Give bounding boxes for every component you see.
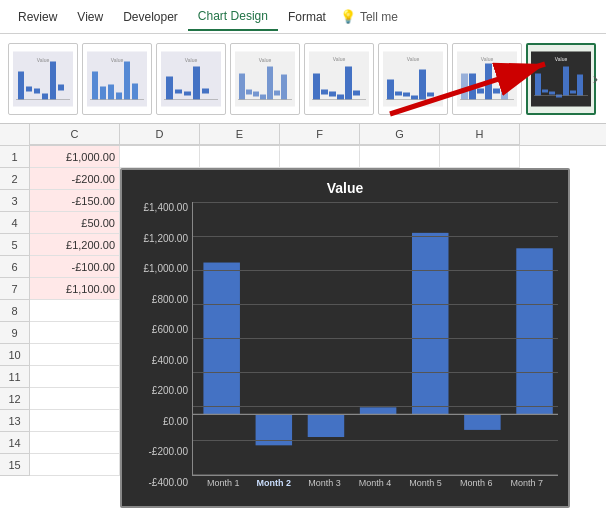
svg-rect-40 <box>329 91 336 96</box>
cell-c1[interactable]: £1,000.00 <box>30 146 120 168</box>
row-header-2[interactable]: 2 <box>0 168 29 190</box>
svg-rect-7 <box>58 84 64 90</box>
cell-c10[interactable] <box>30 344 120 366</box>
y-label: £1,000.00 <box>144 263 189 274</box>
cell-c11[interactable] <box>30 366 120 388</box>
svg-rect-5 <box>42 93 48 99</box>
row-header-3[interactable]: 3 <box>0 190 29 212</box>
ribbon-chart-style-1[interactable]: Value <box>8 43 78 115</box>
x-label-month1: Month 1 <box>202 478 245 488</box>
svg-rect-20 <box>166 76 173 99</box>
row-header-1[interactable]: 1 <box>0 146 29 168</box>
svg-rect-29 <box>246 89 252 94</box>
svg-rect-3 <box>26 86 32 91</box>
svg-rect-77 <box>308 414 345 437</box>
col-header-d[interactable]: D <box>120 124 200 145</box>
data-area: £1,000.00 -£200.00 <box>30 146 606 476</box>
svg-text:Value: Value <box>481 55 494 61</box>
cell-c12[interactable] <box>30 388 120 410</box>
svg-rect-48 <box>395 91 402 95</box>
svg-rect-66 <box>542 89 548 92</box>
cell-c5[interactable]: £1,200.00 <box>30 234 120 256</box>
svg-text:Value: Value <box>333 55 346 61</box>
cell-c7[interactable]: £1,100.00 <box>30 278 120 300</box>
svg-rect-14 <box>116 92 122 99</box>
chart-overlay[interactable]: Value £1,400.00 £1,200.00 £1,000.00 £800… <box>120 168 570 508</box>
ribbon-chart-style-6[interactable]: Value <box>378 43 448 115</box>
row-header-4[interactable]: 4 <box>0 212 29 234</box>
row-header-13[interactable]: 13 <box>0 410 29 432</box>
y-label: £400.00 <box>152 355 188 366</box>
ribbon-chart-style-7[interactable]: Value <box>452 43 522 115</box>
row-header-9[interactable]: 9 <box>0 322 29 344</box>
col-header-e[interactable]: E <box>200 124 280 145</box>
cell-g1[interactable] <box>360 146 440 168</box>
ribbon-chevron[interactable]: › <box>589 66 602 92</box>
svg-rect-4 <box>34 88 40 93</box>
col-header-f[interactable]: F <box>280 124 360 145</box>
chart-title: Value <box>132 180 558 196</box>
svg-rect-65 <box>535 73 541 95</box>
svg-rect-11 <box>92 71 98 99</box>
ribbon-chart-style-3[interactable]: Value <box>156 43 226 115</box>
col-header-c[interactable]: C <box>30 124 120 145</box>
ribbon-chart-style-4[interactable]: Value <box>230 43 300 115</box>
row-header-14[interactable]: 14 <box>0 432 29 454</box>
svg-rect-42 <box>345 66 352 99</box>
row-header-11[interactable]: 11 <box>0 366 29 388</box>
svg-rect-70 <box>570 90 576 93</box>
menu-review[interactable]: Review <box>8 4 67 30</box>
menu-developer[interactable]: Developer <box>113 4 188 30</box>
cell-e1[interactable] <box>200 146 280 168</box>
row-header-15[interactable]: 15 <box>0 454 29 476</box>
y-axis: £1,400.00 £1,200.00 £1,000.00 £800.00 £6… <box>132 202 192 488</box>
svg-rect-59 <box>485 63 492 99</box>
col-header-g[interactable]: G <box>360 124 440 145</box>
row-header-7[interactable]: 7 <box>0 278 29 300</box>
col-header-h[interactable]: H <box>440 124 520 145</box>
svg-text:Value: Value <box>185 56 198 62</box>
x-label-month3: Month 3 <box>303 478 346 488</box>
svg-text:Value: Value <box>259 56 272 62</box>
svg-rect-23 <box>193 66 200 99</box>
menu-chart-design[interactable]: Chart Design <box>188 3 278 31</box>
row-header-8[interactable]: 8 <box>0 300 29 322</box>
menu-view[interactable]: View <box>67 4 113 30</box>
cell-c15[interactable] <box>30 454 120 476</box>
svg-rect-75 <box>203 263 240 415</box>
svg-rect-51 <box>419 69 426 99</box>
row-header-5[interactable]: 5 <box>0 234 29 256</box>
ribbon-chart-style-2[interactable]: Value <box>82 43 152 115</box>
svg-rect-30 <box>253 91 259 96</box>
cell-f1[interactable] <box>280 146 360 168</box>
cell-c3[interactable]: -£150.00 <box>30 190 120 212</box>
cell-c9[interactable] <box>30 322 120 344</box>
svg-rect-12 <box>100 86 106 99</box>
cell-c4[interactable]: £50.00 <box>30 212 120 234</box>
row-header-6[interactable]: 6 <box>0 256 29 278</box>
svg-rect-39 <box>321 89 328 94</box>
cell-d1[interactable] <box>120 146 200 168</box>
col-header-corner <box>0 124 30 146</box>
svg-rect-68 <box>556 94 562 97</box>
row-header-12[interactable]: 12 <box>0 388 29 410</box>
lightbulb-icon: 💡 <box>340 9 356 24</box>
ribbon-chart-style-5[interactable]: Value <box>304 43 374 115</box>
cell-c13[interactable] <box>30 410 120 432</box>
cell-h1[interactable] <box>440 146 520 168</box>
cell-c14[interactable] <box>30 432 120 454</box>
cell-c2[interactable]: -£200.00 <box>30 168 120 190</box>
row-header-10[interactable]: 10 <box>0 344 29 366</box>
spreadsheet-area: C D E F G H 1 2 3 4 5 6 7 8 9 10 11 12 <box>0 124 606 511</box>
ribbon-chart-style-selected[interactable]: Value <box>526 43 596 115</box>
bars-area: Month 1 Month 2 Month 3 Month 4 Month 5 … <box>192 202 558 488</box>
cell-c6[interactable]: -£100.00 <box>30 256 120 278</box>
grid-body: 1 2 3 4 5 6 7 8 9 10 11 12 13 14 15 £1 <box>0 146 606 476</box>
svg-rect-15 <box>124 61 130 99</box>
cell-c8[interactable] <box>30 300 120 322</box>
menu-tell-me[interactable]: 💡 Tell me <box>340 9 398 24</box>
svg-rect-24 <box>202 88 209 93</box>
y-label: £200.00 <box>152 385 188 396</box>
svg-text:Value: Value <box>407 55 420 61</box>
menu-format[interactable]: Format <box>278 4 336 30</box>
